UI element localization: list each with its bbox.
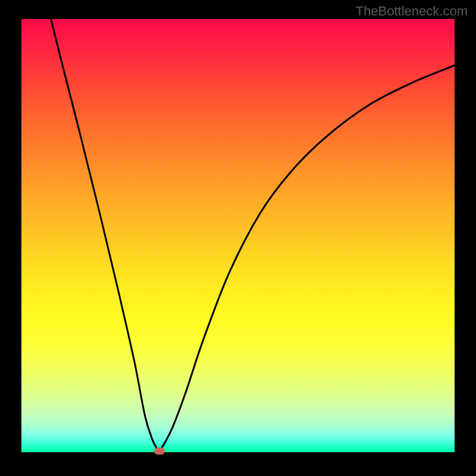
chart-minimum-marker xyxy=(154,447,165,455)
chart-curve-svg xyxy=(21,19,455,452)
chart-curve xyxy=(51,19,455,452)
chart-plot-area xyxy=(21,19,455,452)
watermark-text: TheBottleneck.com xyxy=(356,4,468,19)
